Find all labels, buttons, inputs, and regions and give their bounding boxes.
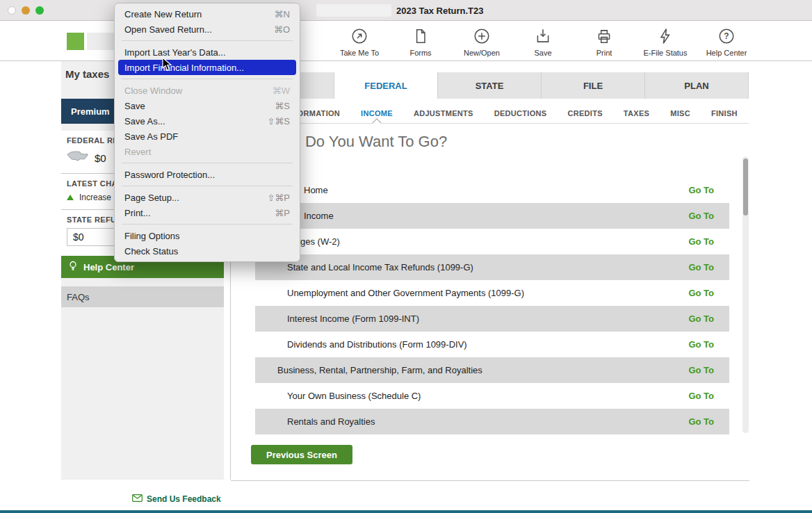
go-to-link[interactable]: Go To [688,391,729,401]
go-to-link[interactable]: Go To [688,185,729,195]
table-scrollbar[interactable] [742,156,749,433]
menu-item-label: Page Setup... [124,193,179,203]
send-feedback-link[interactable]: Send Us Feedback [132,494,221,504]
menu-item-label: Create New Return [124,9,202,19]
go-to-link[interactable]: Go To [688,262,729,272]
menu-item-filing-options[interactable]: Filing Options [118,228,296,243]
subtab-finish[interactable]: FINISH [711,109,738,117]
print-button[interactable]: Print [574,25,635,60]
subtab-taxes[interactable]: TAXES [624,109,649,117]
table-row[interactable]: Home Go To [255,177,729,203]
menu-separator [122,224,293,225]
toolbar-label: Forms [409,49,431,57]
forms-button[interactable]: Forms [390,25,451,60]
menu-item-save-as-pdf[interactable]: Save As PDF [118,129,296,144]
forms-icon [412,27,430,45]
go-to-link[interactable]: Go To [688,339,729,350]
table-row[interactable]: Your Own Business (Schedule C) Go To [255,383,729,409]
menu-item-save[interactable]: Save ⌘S [118,98,296,113]
go-to-link[interactable]: Go To [688,211,729,221]
menu-item-shortcut: ⇧⌘S [267,116,290,127]
previous-screen-button[interactable]: Previous Screen [251,445,352,464]
send-feedback-label: Send Us Feedback [147,494,221,504]
sidebar-item-faqs[interactable]: FAQs [61,286,224,307]
menu-item-shortcut: ⌘P [275,208,290,218]
new-open-button[interactable]: New/Open [451,25,512,60]
menu-item-label: Save [124,101,145,111]
go-to-link[interactable]: Go To [688,236,729,247]
document-proxy [316,4,391,17]
row-label: State and Local Income Tax Refunds (1099… [287,262,473,272]
menu-item-import-financial-information[interactable]: Import Financial Information... [118,60,296,75]
tab-file[interactable]: FILE [542,72,645,99]
toolbar-buttons: Take Me To Forms New/Open Save [329,25,757,60]
latest-change-value: Increase [79,193,111,202]
row-label: Income [304,211,334,221]
subtab-adjustments[interactable]: ADJUSTMENTS [414,109,473,117]
go-to-link[interactable]: Go To [688,314,729,324]
subtab-misc[interactable]: MISC [670,109,690,117]
menu-item-save-as[interactable]: Save As... ⇧⌘S [118,113,296,129]
close-window-button[interactable] [8,6,16,15]
menu-item-page-setup[interactable]: Page Setup... ⇧⌘P [118,190,296,205]
menu-item-open-saved-return[interactable]: Open Saved Return... ⌘O [118,22,296,37]
table-row[interactable]: Wages (W-2) Go To [255,229,729,254]
envelope-icon [132,494,143,504]
tab-state[interactable]: STATE [438,72,542,99]
menu-item-create-new-return[interactable]: Create New Return ⌘N [118,6,296,22]
scrollbar-thumb[interactable] [743,158,748,215]
svg-text:?: ? [724,31,729,41]
federal-refund-value: $0 [95,152,106,164]
table-row[interactable]: Income Go To [255,203,729,229]
zoom-window-button[interactable] [35,6,44,15]
table-row[interactable]: Unemployment and Other Government Paymen… [255,280,729,306]
minimize-window-button[interactable] [22,6,30,15]
subtab-credits[interactable]: CREDITS [567,109,602,117]
menu-item-shortcut: ⌘O [274,24,290,35]
menu-item-label: Save As... [124,116,165,127]
go-to-link[interactable]: Go To [688,416,729,427]
menu-item-check-status[interactable]: Check Status [118,243,296,259]
row-label: Unemployment and Other Government Paymen… [287,288,524,298]
row-label: Interest Income (Form 1099-INT) [287,314,419,324]
menu-item-shortcut: ⌘N [275,9,290,19]
menu-item-print[interactable]: Print... ⌘P [118,205,296,220]
menu-item-label: Import Last Year's Data... [124,47,226,58]
menu-item-label: Filing Options [124,231,179,241]
table-row[interactable]: Interest Income (Form 1099-INT) Go To [255,306,729,332]
menu-item-import-last-years-data[interactable]: Import Last Year's Data... [118,44,296,60]
menu-item-password-protection[interactable]: Password Protection... [118,167,296,182]
sub-tab-bar: INFORMATION INCOME ADJUSTMENTS DEDUCTION… [231,103,749,124]
toolbar-label: Print [596,49,612,57]
e-file-status-icon [656,27,674,45]
row-label: Your Own Business (Schedule C) [287,391,421,401]
app-window: 2023 Tax Return.T23 Take Me To Forms [0,0,812,513]
tab-plan[interactable]: PLAN [645,72,749,99]
e-file-status-button[interactable]: E-File Status [635,25,696,60]
table-row[interactable]: Business, Rental, Partnership, Farm, and… [255,357,729,383]
menu-item-shortcut: ⇧⌘P [267,193,290,203]
main-content: HOME FEDERAL STATE FILE PLAN INFORMATION… [231,61,749,513]
table-row[interactable]: State and Local Income Tax Refunds (1099… [255,254,729,280]
toolbar-label: Save [534,49,551,57]
tab-federal[interactable]: FEDERAL [334,72,438,99]
new-open-icon [473,27,491,45]
menu-separator [122,79,293,79]
bottom-edge-strip [0,510,812,513]
table-row[interactable]: Rentals and Royalties Go To [255,409,729,434]
menu-item-revert: Revert [118,144,296,159]
help-center-button[interactable]: ? Help Center [696,25,757,60]
toolbar-label: New/Open [464,49,500,57]
table-row[interactable]: Dividends and Distributions (Form 1099-D… [255,332,729,357]
menu-item-shortcut: ⌘S [275,101,290,111]
toolbar-label: E-File Status [644,49,688,57]
go-to-link[interactable]: Go To [688,288,729,298]
subtab-income[interactable]: INCOME [361,109,393,117]
menu-item-label: Print... [124,208,151,218]
subtab-deductions[interactable]: DEDUCTIONS [494,109,547,117]
take-me-to-button[interactable]: Take Me To [329,25,390,60]
save-button[interactable]: Save [512,25,574,60]
main-tab-bar: HOME FEDERAL STATE FILE PLAN [231,72,749,99]
menu-item-label: Check Status [124,246,178,256]
go-to-link[interactable]: Go To [688,365,729,375]
